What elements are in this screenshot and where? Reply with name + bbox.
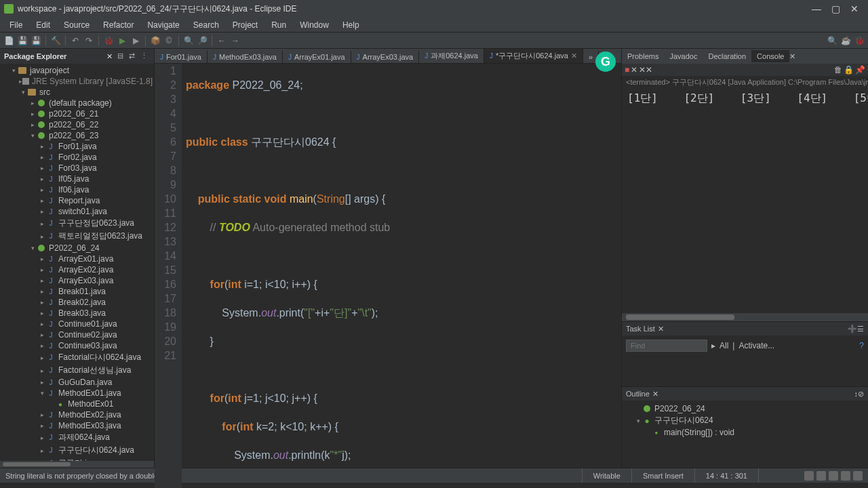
outline-tree[interactable]: P2022_06_24▾●구구단다시0624●main(String[]) : …	[622, 401, 868, 441]
tree-item[interactable]: ▸J구구단다시0624.java	[0, 444, 154, 457]
redo-icon[interactable]: ↷	[83, 35, 95, 47]
tree-item[interactable]: ▾P2022_06_24	[0, 243, 154, 253]
menu-refactor[interactable]: Refactor	[96, 19, 140, 31]
tree-item[interactable]: ▸JFactorial다시0624.java	[0, 351, 154, 364]
menu-edit[interactable]: Edit	[29, 19, 57, 31]
code-editor[interactable]: 123456789101112131415161718192021 packag…	[155, 64, 621, 488]
terminate-icon[interactable]: ■	[625, 65, 629, 75]
build-icon[interactable]: 🔨	[50, 35, 62, 47]
tree-item[interactable]: ▸JBreak02.java	[0, 297, 154, 308]
tasklist-close-icon[interactable]: ✕	[658, 325, 664, 333]
tree-item[interactable]: ▾JMethodEx01.java	[0, 388, 154, 399]
perspective-debug-icon[interactable]: 🐞	[853, 35, 865, 47]
minimize-button[interactable]: —	[807, 2, 826, 16]
sb-icon-4[interactable]	[841, 471, 850, 481]
outline-item[interactable]: ●main(String[]) : void	[625, 427, 865, 438]
collapse-all-icon[interactable]: ⊟	[117, 52, 127, 61]
tree-item[interactable]: ▸JBreak03.java	[0, 308, 154, 319]
tree-item[interactable]: ●MethodEx01	[0, 399, 154, 409]
tree-item[interactable]: ▸JArrayEx02.java	[0, 264, 154, 275]
tree-item[interactable]: ▸p2022_06_21	[0, 108, 154, 119]
save-icon[interactable]: 💾	[16, 35, 28, 47]
console-scrollbar[interactable]	[622, 313, 868, 321]
tree-item[interactable]: ▸JIf05.java	[0, 174, 154, 184]
search-icon[interactable]: 🔎	[196, 35, 208, 47]
tree-item[interactable]: ▸JContinue01.java	[0, 319, 154, 329]
link-editor-icon[interactable]: ⇄	[129, 52, 138, 61]
editor-tab[interactable]: JArrayEx03.java	[351, 51, 420, 63]
tree-item[interactable]: ▸JFor01.java	[0, 141, 154, 152]
open-type-icon[interactable]: 🔍	[182, 35, 195, 47]
scroll-lock-icon[interactable]: 🔒	[844, 65, 854, 75]
editor-tab[interactable]: JMethodEx03.java	[208, 51, 283, 63]
view-menu-icon[interactable]: ⋮	[140, 52, 150, 61]
menu-file[interactable]: File	[3, 19, 29, 31]
editor-tab[interactable]: J*구구단다시0624.java✕	[484, 49, 583, 63]
menu-window[interactable]: Window	[293, 19, 336, 31]
tab-declaration[interactable]: Declaration	[703, 50, 751, 62]
tree-item[interactable]: ▸JBreak01.java	[0, 286, 154, 297]
sidebar-scrollbar[interactable]	[0, 461, 154, 468]
grammarly-badge[interactable]: G	[595, 52, 616, 72]
tab-close-icon[interactable]: ✕	[571, 52, 577, 60]
sb-icon-2[interactable]	[816, 471, 826, 481]
tree-item[interactable]: ▸Jswitch01.java	[0, 206, 154, 217]
menu-search[interactable]: Search	[186, 19, 226, 31]
save-all-icon[interactable]: 💾	[30, 35, 42, 47]
tree-item[interactable]: ▸JArrayEx03.java	[0, 275, 154, 286]
help-icon[interactable]: ?	[859, 341, 864, 350]
remove-launch-icon[interactable]: ✕	[631, 65, 637, 75]
tree-item[interactable]: ▸JMethodEx02.java	[0, 409, 154, 420]
tree-item[interactable]: ▸JGuGuDan.java	[0, 377, 154, 388]
tree-item[interactable]: ▸p2022_06_22	[0, 119, 154, 130]
sb-icon-5[interactable]	[853, 471, 863, 481]
tree-item[interactable]: ▸JContinue03.java	[0, 340, 154, 351]
tree-item[interactable]: ▸JMethodEx03.java	[0, 420, 154, 431]
tree-item[interactable]: ▸J팩토리얼정답0623.java	[0, 230, 154, 243]
forward-icon[interactable]: →	[229, 35, 241, 47]
new-package-icon[interactable]: 📦	[149, 35, 161, 47]
panel-close-icon[interactable]: ✕	[104, 52, 115, 61]
outline-close-icon[interactable]: ✕	[652, 390, 658, 399]
tab-javadoc[interactable]: Javadoc	[664, 50, 703, 62]
run-icon[interactable]: ▶	[116, 35, 128, 47]
menu-project[interactable]: Project	[226, 19, 264, 31]
tree-item[interactable]: ▸JRE System Library [JavaSE-1.8]	[0, 76, 154, 87]
tree-item[interactable]: ▸(default package)	[0, 98, 154, 108]
tree-item[interactable]: ▸J과제0624.java	[0, 431, 154, 444]
coverage-icon[interactable]: ▶	[130, 35, 142, 47]
menu-run[interactable]: Run	[264, 19, 293, 31]
remove-all-icon[interactable]: ✕✕	[639, 65, 652, 75]
outline-item[interactable]: ▾●구구단다시0624	[625, 414, 865, 427]
new-icon[interactable]: 📄	[3, 35, 15, 47]
categorize-icon[interactable]: ☰	[857, 325, 864, 333]
tree-item[interactable]: ▾p2022_06_23	[0, 130, 154, 141]
maximize-button[interactable]: ▢	[826, 2, 845, 16]
perspective-java-icon[interactable]: ☕	[840, 35, 852, 47]
sb-icon-1[interactable]	[804, 471, 814, 481]
tree-item[interactable]: ▸J구구단정답0623.java	[0, 217, 154, 230]
back-icon[interactable]: ←	[216, 35, 228, 47]
tree-item[interactable]: ▸JArrayEx01.java	[0, 253, 154, 264]
tree-item[interactable]: ▸JFor03.java	[0, 163, 154, 174]
undo-icon[interactable]: ↶	[69, 35, 81, 47]
close-button[interactable]: ✕	[845, 2, 864, 16]
editor-tab[interactable]: J과제0624.java	[419, 49, 484, 63]
menu-help[interactable]: Help	[336, 19, 366, 31]
hide-fields-icon[interactable]: ⊘	[858, 390, 864, 399]
console-output[interactable]: [1단] [2단] [3단] [4단] [5단	[622, 89, 868, 313]
editor-tab[interactable]: JArrayEx01.java	[283, 51, 351, 63]
tasklist-activate-link[interactable]: Activate...	[738, 341, 774, 350]
tasklist-all-link[interactable]: All	[719, 341, 728, 350]
code-content[interactable]: package P2022_06_24; public class 구구단다시0…	[182, 64, 621, 488]
package-tree[interactable]: ▾javaproject▸JRE System Library [JavaSE-…	[0, 64, 154, 461]
tab-problems[interactable]: Problems	[622, 50, 664, 62]
tree-item[interactable]: ▸JContinue02.java	[0, 329, 154, 340]
tree-item[interactable]: ▸JIf06.java	[0, 184, 154, 195]
outline-item[interactable]: P2022_06_24	[625, 403, 865, 414]
menu-navigate[interactable]: Navigate	[140, 19, 186, 31]
debug-icon[interactable]: 🐞	[102, 35, 115, 47]
pin-console-icon[interactable]: 📌	[855, 65, 865, 75]
tree-item[interactable]: ▾javaproject	[0, 65, 154, 76]
tree-item[interactable]: ▸JReport.java	[0, 195, 154, 206]
